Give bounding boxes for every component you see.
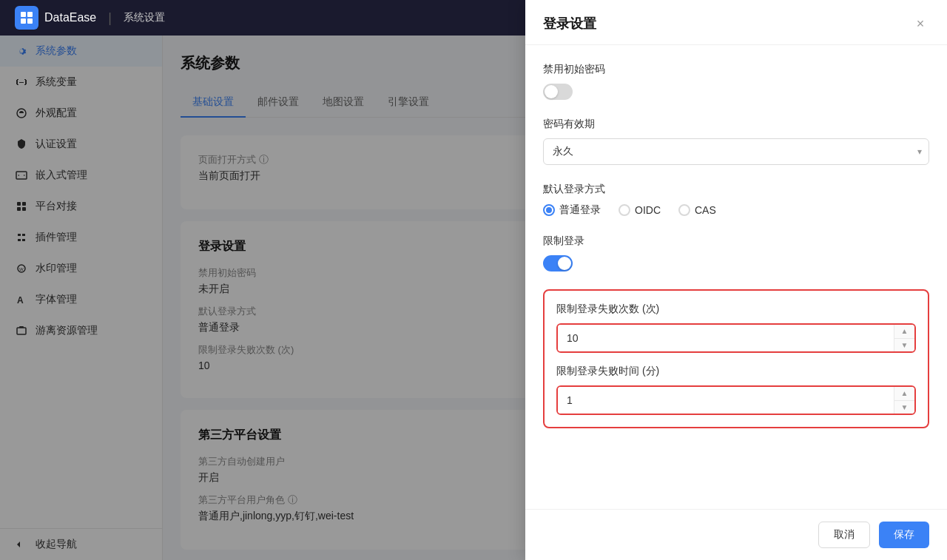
svg-rect-5 bbox=[16, 172, 27, 179]
platform-icon bbox=[15, 200, 28, 213]
tab-engine[interactable]: 引擎设置 bbox=[376, 88, 441, 118]
toggle-wrap-limit-login bbox=[543, 255, 929, 271]
number-input-fail-count[interactable] bbox=[558, 325, 894, 351]
sidebar-item-platform[interactable]: 平台对接 bbox=[0, 191, 162, 222]
sidebar-item-embed[interactable]: 嵌入式管理 bbox=[0, 160, 162, 191]
sidebar-item-label: 平台对接 bbox=[36, 200, 77, 213]
svg-rect-3 bbox=[27, 18, 33, 24]
radio-normal-login[interactable]: 普通登录 bbox=[543, 203, 601, 217]
dialog-header: 登录设置 × bbox=[525, 36, 947, 45]
number-input-wrap-fail-count: ▲ ▼ bbox=[556, 323, 916, 353]
top-divider: | bbox=[108, 10, 112, 26]
form-section-disable-pwd: 禁用初始密码 bbox=[543, 63, 929, 100]
svg-rect-6 bbox=[17, 202, 21, 206]
sidebar-bottom: 收起导航 bbox=[0, 528, 162, 560]
form-label-disable-pwd: 禁用初始密码 bbox=[543, 63, 929, 76]
form-section-fail-count: 限制登录失败次数 (次) ▲ ▼ bbox=[556, 303, 916, 353]
toggle-wrap-disable-pwd bbox=[543, 84, 929, 100]
settings-icon bbox=[15, 44, 28, 58]
svg-rect-13 bbox=[17, 328, 26, 334]
toggle-disable-pwd[interactable] bbox=[543, 84, 573, 100]
svg-rect-1 bbox=[27, 12, 33, 17]
svg-rect-2 bbox=[21, 18, 26, 24]
sidebar-collapse[interactable]: 收起导航 bbox=[0, 529, 162, 560]
sidebar-item-label: 插件管理 bbox=[36, 231, 77, 244]
dialog-body: 禁用初始密码 密码有效期 永久 ▾ 默认登录方式 bbox=[525, 45, 947, 509]
form-label-login-method: 默认登录方式 bbox=[543, 183, 929, 196]
form-label-pwd-expiry: 密码有效期 bbox=[543, 118, 929, 131]
spinner-down-fail-count[interactable]: ▼ bbox=[894, 339, 914, 352]
login-settings-dialog: 登录设置 × 禁用初始密码 密码有效期 永久 ▾ bbox=[525, 36, 947, 560]
form-section-pwd-expiry: 密码有效期 永久 ▾ bbox=[543, 118, 929, 165]
toggle-knob-limit-login bbox=[558, 257, 571, 270]
sidebar-item-auth[interactable]: 认证设置 bbox=[0, 129, 162, 160]
radio-group-login-method: 普通登录 OIDC CAS bbox=[543, 203, 929, 217]
auth-icon bbox=[15, 138, 28, 151]
form-section-fail-time: 限制登录失败时间 (分) ▲ ▼ bbox=[556, 365, 916, 415]
number-input-fail-time[interactable] bbox=[558, 387, 894, 414]
radio-label-cas: CAS bbox=[695, 204, 716, 216]
plugin-icon bbox=[15, 231, 28, 244]
sidebar-item-watermark[interactable]: W 水印管理 bbox=[0, 253, 162, 284]
logo-svg bbox=[19, 10, 34, 25]
collapse-icon bbox=[15, 538, 28, 551]
sidebar-item-font[interactable]: A 字体管理 bbox=[0, 284, 162, 315]
spinner-btns-fail-time: ▲ ▼ bbox=[894, 387, 914, 414]
sidebar-item-system-params[interactable]: 系统参数 bbox=[0, 36, 162, 67]
radio-label-oidc: OIDC bbox=[635, 204, 661, 216]
cancel-button[interactable]: 取消 bbox=[818, 522, 870, 548]
radio-circle-normal bbox=[543, 204, 555, 216]
radio-label-normal: 普通登录 bbox=[559, 203, 601, 217]
radio-circle-oidc bbox=[619, 204, 630, 216]
form-label-fail-time: 限制登录失败时间 (分) bbox=[556, 365, 916, 378]
svg-point-10 bbox=[18, 265, 25, 272]
sidebar-item-label: 水印管理 bbox=[36, 262, 77, 275]
svg-rect-0 bbox=[21, 12, 26, 17]
sidebar-item-label: 嵌入式管理 bbox=[36, 169, 87, 182]
app-name: DataEase bbox=[44, 11, 96, 24]
logo-icon bbox=[15, 6, 38, 30]
toggle-knob-disable-pwd bbox=[545, 85, 558, 98]
sidebar: 系统参数 系统变量 外观配置 认证设置 嵌入式管理 bbox=[0, 36, 163, 560]
highlight-section: 限制登录失败次数 (次) ▲ ▼ 限制登录失败时间 (分) bbox=[543, 289, 929, 428]
tab-map[interactable]: 地图设置 bbox=[311, 88, 376, 118]
appearance-icon bbox=[15, 107, 28, 120]
system-title: 系统设置 bbox=[124, 11, 165, 24]
sidebar-item-orphan[interactable]: 游离资源管理 bbox=[0, 315, 162, 346]
sidebar-item-system-vars[interactable]: 系统变量 bbox=[0, 67, 162, 98]
spinner-btns-fail-count: ▲ ▼ bbox=[894, 325, 914, 351]
form-label-fail-count: 限制登录失败次数 (次) bbox=[556, 303, 916, 316]
sidebar-item-plugin[interactable]: 插件管理 bbox=[0, 222, 162, 253]
toggle-limit-login[interactable] bbox=[543, 255, 573, 271]
radio-cas[interactable]: CAS bbox=[678, 204, 716, 216]
logo: DataEase bbox=[15, 6, 96, 30]
font-icon: A bbox=[15, 293, 28, 306]
form-section-limit-login: 限制登录 bbox=[543, 235, 929, 271]
collapse-label: 收起导航 bbox=[36, 538, 77, 551]
dialog-footer: 取消 保存 bbox=[525, 509, 947, 560]
embed-icon bbox=[15, 169, 28, 182]
spinner-up-fail-time[interactable]: ▲ bbox=[894, 387, 914, 401]
select-pwd-expiry[interactable]: 永久 bbox=[543, 138, 929, 165]
sidebar-item-appearance[interactable]: 外观配置 bbox=[0, 98, 162, 129]
svg-rect-9 bbox=[22, 207, 26, 211]
number-input-wrap-fail-time: ▲ ▼ bbox=[556, 385, 916, 415]
svg-point-4 bbox=[17, 109, 26, 118]
tab-basic[interactable]: 基础设置 bbox=[181, 88, 246, 118]
save-button[interactable]: 保存 bbox=[879, 522, 929, 548]
radio-circle-cas bbox=[678, 204, 690, 216]
form-label-limit-login: 限制登录 bbox=[543, 235, 929, 248]
spinner-up-fail-count[interactable]: ▲ bbox=[894, 325, 914, 339]
sidebar-item-label: 游离资源管理 bbox=[36, 324, 98, 337]
sidebar-item-label: 字体管理 bbox=[36, 293, 77, 306]
sidebar-item-label: 系统参数 bbox=[36, 44, 77, 58]
orphan-icon bbox=[15, 324, 28, 337]
svg-rect-8 bbox=[17, 207, 21, 211]
tab-email[interactable]: 邮件设置 bbox=[246, 88, 311, 118]
spinner-down-fail-time[interactable]: ▼ bbox=[894, 401, 914, 414]
sidebar-item-label: 系统变量 bbox=[36, 75, 77, 89]
radio-oidc[interactable]: OIDC bbox=[619, 204, 661, 216]
variable-icon bbox=[15, 75, 28, 89]
select-pwd-expiry-value: 永久 bbox=[553, 145, 573, 158]
svg-text:W: W bbox=[19, 267, 24, 271]
